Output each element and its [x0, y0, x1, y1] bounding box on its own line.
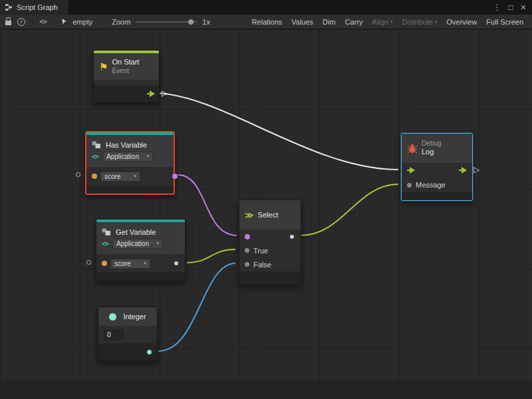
close-icon[interactable]: ×: [521, 3, 526, 12]
flow-input-port[interactable]: [407, 167, 415, 174]
lock-icon[interactable]: [5, 21, 11, 25]
node-port-row: score ▾: [86, 167, 174, 186]
node-title: Select: [258, 211, 279, 219]
selection-pointer-icon: [61, 18, 68, 25]
node-title: On Start: [112, 58, 139, 66]
graph-toolbar: i <> empty Zoom 1x Relations Values Dim …: [0, 15, 532, 29]
bool-output-port[interactable]: [172, 174, 178, 179]
node-footer: [86, 186, 174, 194]
variable-name-input-port[interactable]: [92, 174, 97, 179]
node-get-variable[interactable]: Get Variable <> Application ▾ score ▾: [96, 219, 186, 281]
node-header: ≫ Select: [239, 200, 301, 229]
node-port-row: Message: [402, 178, 472, 192]
node-body: [94, 80, 159, 85]
node-title: Get Variable: [116, 228, 156, 236]
false-port-label: False: [253, 261, 271, 269]
node-title: Log: [422, 148, 441, 156]
node-port-row: [239, 229, 301, 243]
node-category: Debug: [422, 140, 441, 148]
node-title: Has Variable: [106, 141, 147, 149]
script-graph-icon: [5, 3, 13, 11]
node-footer: [96, 273, 185, 281]
chevron-down-icon: ▾: [134, 174, 136, 179]
maximize-icon[interactable]: □: [509, 3, 513, 11]
selection-output-port[interactable]: [290, 235, 294, 239]
zoom-slider-thumb[interactable]: [188, 19, 194, 25]
node-port-row: False: [239, 257, 301, 271]
chevron-down-icon: ▾: [157, 241, 160, 246]
node-on-start[interactable]: ⚑ On Start Event: [93, 50, 160, 103]
true-input-port[interactable]: [245, 248, 249, 253]
node-body: [98, 326, 157, 343]
node-select[interactable]: ≫ Select True False: [239, 200, 301, 285]
external-value-port-icon[interactable]: [76, 172, 80, 177]
toolbar-divider: [32, 17, 33, 27]
false-input-port[interactable]: [245, 262, 249, 267]
external-value-port-icon[interactable]: [86, 260, 91, 265]
flow-output-port[interactable]: [147, 90, 155, 97]
wire-select-to-debug-log[interactable]: [301, 184, 398, 235]
zoom-label: Zoom: [112, 18, 130, 26]
variable-name-dropdown[interactable]: score ▾: [100, 172, 140, 182]
chevron-down-icon: ▾: [147, 154, 150, 159]
integer-output-port[interactable]: [147, 350, 152, 354]
selection-status-label: empty: [72, 18, 92, 26]
wire-has-variable-to-select[interactable]: [178, 175, 237, 235]
full-screen-button[interactable]: Full Screen: [481, 16, 528, 28]
true-port-label: True: [253, 247, 268, 255]
flow-output-port[interactable]: [459, 167, 467, 174]
external-flow-port-icon[interactable]: ▷: [162, 89, 168, 97]
carry-button[interactable]: Carry: [340, 16, 368, 28]
distribute-button[interactable]: Distribute ▾: [398, 16, 442, 28]
external-flow-port-icon[interactable]: ▷: [473, 166, 479, 174]
zoom-group: Zoom 1x: [112, 18, 210, 26]
zoom-value: 1x: [202, 18, 210, 26]
node-footer: [98, 343, 157, 360]
titlebar: Script Graph ⋮ □ ×: [0, 0, 532, 15]
wire-on-start-to-debug-log[interactable]: [158, 93, 398, 170]
select-icon: ≫: [245, 211, 254, 219]
node-has-variable[interactable]: Has Variable <> Application ▾ score ▾: [85, 131, 175, 195]
node-header: Debug Log: [402, 134, 472, 163]
code-icon[interactable]: <>: [39, 17, 47, 26]
node-port-row: True: [239, 243, 301, 257]
node-port-row: score ▾: [96, 254, 185, 273]
zoom-slider[interactable]: [136, 21, 197, 23]
chevron-down-icon: ▾: [144, 261, 146, 266]
node-header: Get Variable <> Application ▾: [96, 222, 185, 254]
toolbar-buttons: Relations Values Dim Carry Align ▾ Distr…: [247, 16, 528, 28]
integer-value-input[interactable]: [104, 330, 124, 340]
node-debug-log[interactable]: Debug Log Message: [401, 133, 473, 201]
message-input-port[interactable]: [407, 183, 412, 188]
variable-scope-dropdown[interactable]: Application ▾: [102, 152, 153, 162]
integer-icon: [109, 313, 116, 321]
info-icon[interactable]: i: [17, 18, 25, 26]
more-menu-icon[interactable]: ⋮: [493, 3, 501, 11]
node-footer: [94, 85, 159, 102]
node-title: Integer: [123, 313, 146, 321]
variables-icon: [102, 228, 112, 236]
node-header: ⚑ On Start Event: [94, 53, 159, 80]
node-header: Integer: [98, 307, 157, 326]
node-subtitle: Event: [112, 67, 139, 75]
value-output-port[interactable]: [174, 261, 178, 265]
message-port-label: Message: [416, 181, 446, 189]
chevron-down-icon: ▾: [390, 19, 393, 25]
graph-canvas[interactable]: ⚑ On Start Event Has Variable <: [0, 29, 532, 399]
variable-kind-icon: <>: [102, 240, 108, 247]
align-button[interactable]: Align ▾: [368, 16, 398, 28]
node-footer: [239, 271, 301, 285]
variable-name-input-port[interactable]: [102, 261, 107, 266]
tab-script-graph[interactable]: Script Graph: [0, 0, 69, 15]
tab-label: Script Graph: [17, 3, 58, 11]
wire-get-variable-to-select[interactable]: [187, 249, 235, 263]
overview-button[interactable]: Overview: [442, 16, 482, 28]
relations-button[interactable]: Relations: [247, 16, 287, 28]
variable-scope-dropdown[interactable]: Application ▾: [112, 239, 163, 249]
condition-input-port[interactable]: [245, 234, 250, 239]
variable-name-dropdown[interactable]: score ▾: [110, 259, 150, 269]
node-integer[interactable]: Integer: [98, 307, 158, 361]
dim-button[interactable]: Dim: [318, 16, 340, 28]
values-button[interactable]: Values: [287, 16, 318, 28]
chevron-down-icon: ▾: [435, 19, 438, 25]
